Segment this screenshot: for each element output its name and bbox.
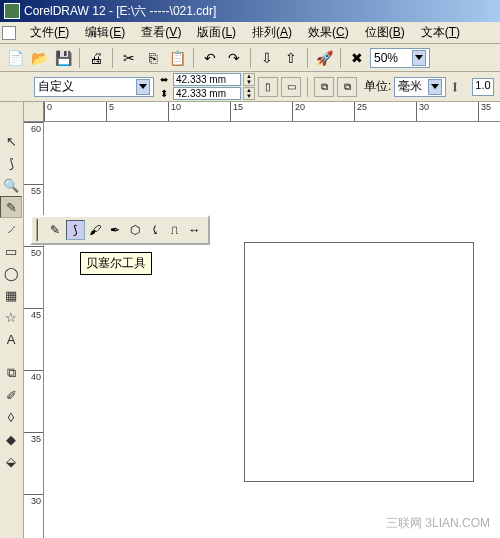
page-dup-button[interactable]: ⧉ — [337, 77, 357, 97]
rectangle-tool[interactable]: ▭ — [0, 240, 22, 262]
portrait-button[interactable]: ▯ — [258, 77, 278, 97]
dropdown-icon — [412, 50, 426, 66]
dimension-flyout-tool[interactable]: ↔ — [185, 220, 204, 240]
flyout-handle[interactable] — [36, 219, 42, 241]
cut-button[interactable]: ✂ — [118, 47, 140, 69]
pick-tool[interactable]: ↖ — [0, 130, 22, 152]
copy-button[interactable]: ⎘ — [142, 47, 164, 69]
tool-tooltip: 贝塞尔工具 — [80, 252, 152, 275]
menu-arrange[interactable]: 排列(A) — [244, 24, 300, 41]
app-logo-icon — [4, 3, 20, 19]
width-icon: ⬌ — [157, 74, 171, 86]
freehand-tool[interactable]: ✎ — [0, 196, 22, 218]
document-icon[interactable] — [2, 26, 16, 40]
separator — [250, 48, 251, 68]
separator — [112, 48, 113, 68]
canvas-area[interactable]: 051015202530354045 6055504540353005 — [24, 102, 500, 538]
nudge-icon — [449, 81, 461, 93]
redo-button[interactable]: ↷ — [223, 47, 245, 69]
page-preset-combo[interactable]: 自定义 — [34, 77, 154, 97]
options-button[interactable]: ✖ — [346, 47, 368, 69]
zoom-value: 50% — [374, 51, 398, 65]
menu-layout[interactable]: 版面(L) — [189, 24, 244, 41]
menu-view[interactable]: 查看(V) — [133, 24, 189, 41]
height-spinner[interactable]: ▲▼ — [243, 87, 255, 100]
zoom-tool[interactable]: 🔍 — [0, 174, 22, 196]
menu-edit[interactable]: 编辑(E) — [77, 24, 133, 41]
artistic-media-flyout-tool[interactable]: 🖌 — [86, 220, 105, 240]
menu-bar: 文件(F) 编辑(E) 查看(V) 版面(L) 排列(A) 效果(C) 位图(B… — [0, 22, 500, 44]
open-button[interactable]: 📂 — [28, 47, 50, 69]
ellipse-tool[interactable]: ◯ — [0, 262, 22, 284]
page-width-input[interactable]: 42.333 mm — [173, 73, 241, 86]
menu-file[interactable]: 文件(F) — [22, 24, 77, 41]
shape-tool[interactable]: ⟆ — [0, 152, 22, 174]
zoom-level-combo[interactable]: 50% — [370, 48, 430, 68]
save-button[interactable]: 💾 — [52, 47, 74, 69]
width-spinner[interactable]: ▲▼ — [243, 73, 255, 86]
outline-tool[interactable]: ◊ — [0, 406, 22, 428]
separator — [307, 77, 308, 97]
undo-button[interactable]: ↶ — [199, 47, 221, 69]
vertical-ruler[interactable]: 6055504540353005 — [24, 122, 44, 538]
dropdown-icon — [136, 79, 150, 95]
bezier-flyout-tool[interactable]: ⟆ — [66, 220, 85, 240]
title-bar: CorelDRAW 12 - [E:\六 -----\021.cdr] — [0, 0, 500, 22]
page-boundary — [244, 242, 474, 482]
page-height-input[interactable]: 42.333 mm — [173, 87, 241, 100]
workspace: ↖ ⟆ 🔍 ✎ ⟋ ▭ ◯ ▦ ☆ A ⧉ ✐ ◊ ◆ ⬙ 0510152025… — [0, 102, 500, 538]
freehand-flyout-tool[interactable]: ✎ — [46, 220, 65, 240]
separator — [307, 48, 308, 68]
menu-effects[interactable]: 效果(C) — [300, 24, 357, 41]
toolbox: ↖ ⟆ 🔍 ✎ ⟋ ▭ ◯ ▦ ☆ A ⧉ ✐ ◊ ◆ ⬙ — [0, 102, 24, 538]
polygon-tool[interactable]: ☆ — [0, 306, 22, 328]
export-button[interactable]: ⇧ — [280, 47, 302, 69]
drawing-canvas[interactable] — [44, 122, 500, 538]
launcher-button[interactable]: 🚀 — [313, 47, 335, 69]
landscape-button[interactable]: ▭ — [281, 77, 301, 97]
new-button[interactable]: 📄 — [4, 47, 26, 69]
standard-toolbar: 📄 📂 💾 🖨 ✂ ⎘ 📋 ↶ ↷ ⇩ ⇧ 🚀 ✖ 50% — [0, 44, 500, 72]
paste-button[interactable]: 📋 — [166, 47, 188, 69]
text-tool[interactable]: A — [0, 328, 22, 350]
pen-flyout-tool[interactable]: ✒ — [106, 220, 125, 240]
graph-paper-tool[interactable]: ▦ — [0, 284, 22, 306]
menu-bitmap[interactable]: 位图(B) — [357, 24, 413, 41]
curve-tool-flyout: ✎ ⟆ 🖌 ✒ ⬡ ⤹ ⎍ ↔ — [30, 215, 210, 245]
print-button[interactable]: 🖨 — [85, 47, 107, 69]
smart-draw-tool[interactable]: ⟋ — [0, 218, 22, 240]
property-bar: 自定义 ⬌ 42.333 mm ▲▼ ⬍ 42.333 mm ▲▼ ▯ ▭ ⧉ … — [0, 72, 500, 102]
unit-value: 毫米 — [398, 78, 422, 95]
dropdown-icon — [428, 79, 442, 95]
interactive-fill-tool[interactable]: ⬙ — [0, 450, 22, 472]
menu-text[interactable]: 文本(T) — [413, 24, 468, 41]
polyline-flyout-tool[interactable]: ⬡ — [125, 220, 144, 240]
height-icon: ⬍ — [157, 88, 171, 100]
nudge-value-input[interactable]: 1.0 — [472, 78, 494, 96]
page-dimensions: ⬌ 42.333 mm ▲▼ ⬍ 42.333 mm ▲▼ — [157, 73, 255, 101]
3point-curve-flyout-tool[interactable]: ⤹ — [145, 220, 164, 240]
spacer — [0, 350, 23, 362]
horizontal-ruler[interactable]: 051015202530354045 — [44, 102, 500, 122]
preset-value: 自定义 — [38, 78, 74, 95]
unit-combo[interactable]: 毫米 — [394, 77, 446, 97]
separator — [340, 48, 341, 68]
ruler-origin[interactable] — [24, 102, 44, 122]
unit-label: 单位: — [364, 78, 391, 95]
fill-tool[interactable]: ◆ — [0, 428, 22, 450]
window-title: CorelDRAW 12 - [E:\六 -----\021.cdr] — [24, 3, 216, 20]
separator — [79, 48, 80, 68]
connector-flyout-tool[interactable]: ⎍ — [165, 220, 184, 240]
separator — [193, 48, 194, 68]
watermark: 三联网 3LIAN.COM — [386, 515, 490, 532]
blend-tool[interactable]: ⧉ — [0, 362, 22, 384]
eyedropper-tool[interactable]: ✐ — [0, 384, 22, 406]
page-layout-button[interactable]: ⧉ — [314, 77, 334, 97]
import-button[interactable]: ⇩ — [256, 47, 278, 69]
